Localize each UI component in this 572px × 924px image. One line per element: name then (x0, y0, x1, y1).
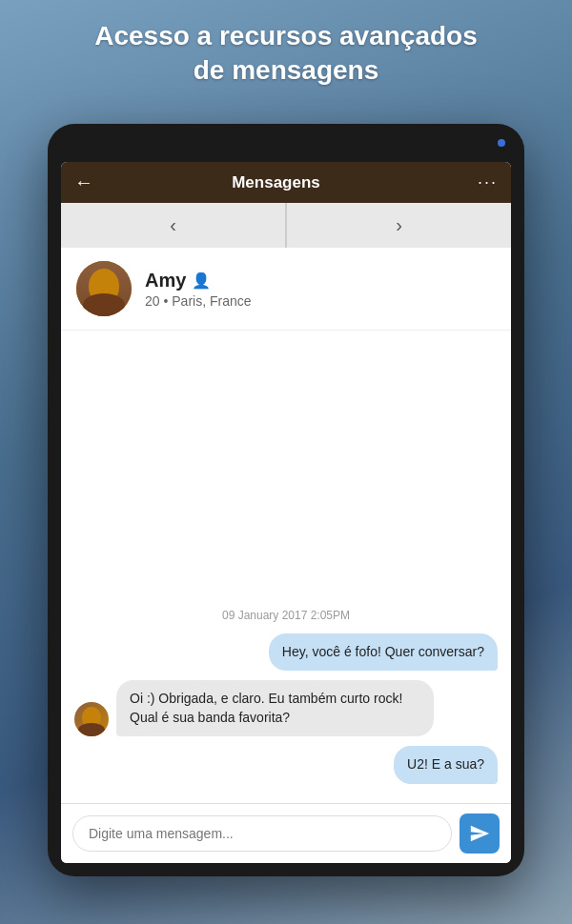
next-icon: › (396, 214, 402, 235)
message-row: Oi :) Obrigada, e claro. Eu também curto… (74, 680, 498, 736)
next-button[interactable]: › (287, 203, 511, 248)
message-timestamp: 09 January 2017 2:05PM (74, 609, 498, 622)
sent-bubble-2: U2! E a sua? (394, 746, 498, 784)
app-header: ← Mensagens ··· (61, 162, 511, 203)
prev-icon: ‹ (170, 214, 176, 235)
profile-section: Amy 👤 20 • Paris, France (61, 248, 511, 331)
header-title: Mensagens (103, 173, 449, 192)
avatar (76, 261, 132, 316)
avatar-face (76, 261, 132, 316)
sent-bubble-1: Hey, você é fofo! Quer conversar? (269, 633, 498, 672)
tablet-device: ← Mensagens ··· ‹ › Amy 👤 20 • Pari (48, 124, 524, 876)
message-input[interactable] (72, 815, 452, 852)
chat-area: 09 January 2017 2:05PM Hey, você é fofo!… (61, 331, 511, 803)
more-options-button[interactable]: ··· (478, 172, 498, 192)
profile-name-row: Amy 👤 (145, 270, 252, 291)
prev-button[interactable]: ‹ (61, 203, 287, 248)
navigation-arrows: ‹ › (61, 203, 511, 248)
message-row: Hey, você é fofo! Quer conversar? (74, 633, 498, 672)
profile-info: Amy 👤 20 • Paris, France (145, 270, 252, 309)
received-bubble-1: Oi :) Obrigada, e claro. Eu também curto… (116, 680, 434, 736)
send-icon (469, 823, 490, 844)
profile-details: 20 • Paris, France (145, 293, 252, 309)
message-row: U2! E a sua? (74, 746, 498, 784)
send-button[interactable] (460, 814, 500, 854)
small-avatar (74, 702, 109, 736)
headline: Acesso a recursos avançados de mensagens (0, 19, 572, 89)
verified-icon: 👤 (192, 271, 211, 290)
profile-name: Amy (145, 270, 186, 291)
back-button[interactable]: ← (74, 171, 93, 193)
headline-line2: de mensagens (194, 55, 379, 85)
tablet-screen: ← Mensagens ··· ‹ › Amy 👤 20 • Pari (61, 162, 511, 863)
input-bar (61, 803, 511, 863)
headline-line1: Acesso a recursos avançados (94, 21, 478, 50)
